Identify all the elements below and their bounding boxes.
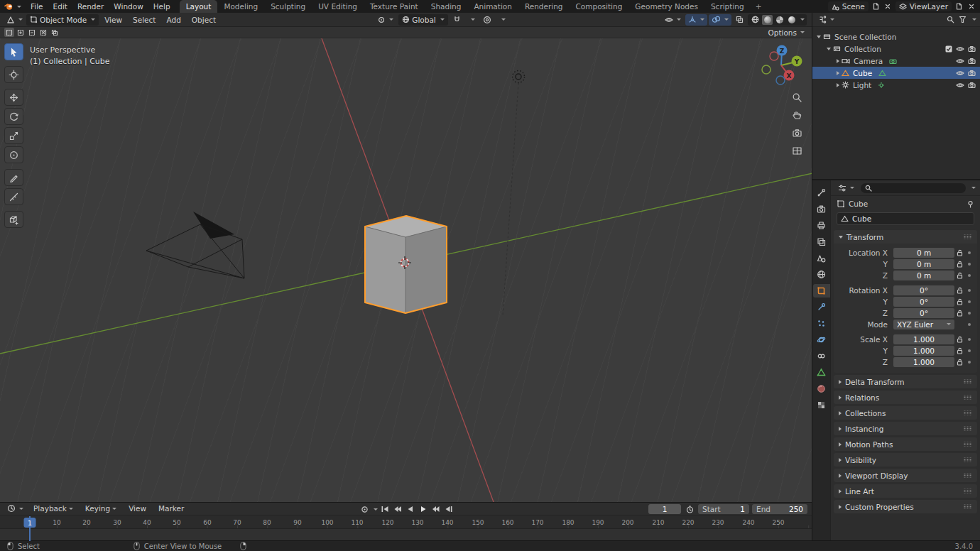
auto-keying-button[interactable] [359, 504, 370, 514]
viewport-3d[interactable]: User Perspective (1) Collection | Cube [0, 38, 812, 502]
workspace-tab-shading[interactable]: Shading [425, 0, 468, 13]
transform-orientation-dropdown[interactable]: Global [398, 14, 448, 26]
panel-custom-properties[interactable]: Custom Properties [834, 500, 977, 513]
workspace-tab-animation[interactable]: Animation [467, 0, 518, 13]
lock-icon[interactable] [957, 359, 963, 366]
play-reverse-button[interactable] [405, 504, 416, 514]
outliner-row-camera[interactable]: Camera [812, 55, 980, 67]
animate-dot-icon[interactable] [968, 263, 971, 266]
use-preview-range-button[interactable] [684, 504, 695, 514]
panel-instancing[interactable]: Instancing [834, 422, 977, 435]
mode-dropdown[interactable]: Object Mode [26, 14, 99, 26]
outliner-row-collection[interactable]: Collection [812, 43, 980, 55]
unlink-scene-button[interactable] [883, 2, 893, 11]
frame-start-field[interactable]: Start1 [698, 504, 749, 514]
tool-add-cube[interactable] [4, 211, 23, 228]
animate-dot-icon[interactable] [968, 300, 971, 303]
panel-visibility[interactable]: Visibility [834, 453, 977, 467]
shading-wireframe-button[interactable] [750, 15, 761, 25]
tab-particle-properties[interactable] [813, 317, 830, 330]
animate-dot-icon[interactable] [968, 323, 971, 326]
remove-view-layer-button[interactable] [967, 2, 976, 11]
tool-annotate[interactable] [4, 169, 23, 186]
scale-y-field[interactable]: 1.000 [893, 346, 954, 356]
outliner-search-button[interactable] [946, 15, 955, 24]
jump-to-end-button[interactable] [443, 504, 454, 514]
select-mode-subtract-button[interactable] [27, 28, 37, 37]
lock-icon[interactable] [957, 249, 963, 256]
outliner-row-light[interactable]: Light [812, 79, 980, 91]
shading-material-button[interactable] [774, 15, 785, 25]
tool-rotate[interactable] [4, 108, 23, 125]
tab-object-data-properties[interactable] [813, 366, 830, 379]
menu-playback[interactable]: Playback [28, 504, 78, 513]
location-x-field[interactable]: 0 m [893, 248, 954, 258]
expand-icon[interactable] [837, 83, 839, 87]
current-frame-marker[interactable]: 1 [24, 518, 36, 528]
auto-keying-dropdown-icon[interactable] [374, 508, 378, 511]
frame-end-field[interactable]: End250 [752, 504, 807, 514]
tab-texture-properties[interactable] [813, 398, 830, 412]
disable-render-icon[interactable] [968, 58, 976, 65]
menu-window[interactable]: Window [109, 0, 148, 13]
tab-physics-properties[interactable] [813, 333, 830, 347]
rotation-z-field[interactable]: 0° [893, 308, 954, 318]
workspace-tab-geometry-nodes[interactable]: Geometry Nodes [628, 0, 704, 13]
select-mode-extend-button[interactable] [16, 28, 26, 37]
zoom-view-button[interactable] [790, 91, 803, 104]
panel-line-art[interactable]: Line Art [834, 484, 977, 498]
editor-type-dropdown[interactable] [4, 14, 26, 26]
panel-drag-handle[interactable] [963, 457, 972, 462]
cube-object[interactable] [365, 216, 447, 313]
transform-panel-header[interactable]: Transform [834, 230, 977, 244]
scale-x-field[interactable]: 1.000 [893, 334, 954, 344]
hide-eye-icon[interactable] [956, 45, 964, 53]
animate-dot-icon[interactable] [968, 251, 971, 254]
previous-keyframe-button[interactable] [392, 504, 403, 514]
light-object[interactable] [513, 71, 525, 83]
rotation-y-field[interactable]: 0° [893, 297, 954, 307]
gizmo-minus-z-axis[interactable] [776, 76, 785, 84]
properties-filter-dropdown-icon[interactable] [971, 187, 976, 189]
tab-view-layer-properties[interactable] [813, 235, 830, 249]
show-gizmo-dropdown[interactable] [685, 14, 707, 26]
move-view-button[interactable] [790, 109, 803, 121]
play-button[interactable] [418, 504, 429, 514]
menu-file[interactable]: File [26, 0, 48, 13]
workspace-tab-scripting[interactable]: Scripting [704, 0, 751, 13]
workspace-tab-compositing[interactable]: Compositing [570, 0, 629, 13]
view-layer-selector[interactable]: ViewLayer [895, 1, 952, 11]
animate-dot-icon[interactable] [968, 349, 971, 352]
animate-dot-icon[interactable] [968, 289, 971, 292]
shading-solid-button[interactable] [762, 15, 773, 25]
select-mode-intersect-button[interactable] [50, 28, 60, 37]
panel-delta-transform[interactable]: Delta Transform [834, 375, 977, 388]
hide-eye-icon[interactable] [956, 58, 964, 65]
scene-canvas[interactable] [0, 38, 812, 502]
tab-modifier-properties[interactable] [813, 300, 830, 314]
workspace-tab-sculpting[interactable]: Sculpting [264, 0, 312, 13]
shading-rendered-button[interactable] [786, 15, 797, 25]
menu-marker[interactable]: Marker [153, 504, 189, 513]
lock-icon[interactable] [957, 336, 963, 343]
pin-icon[interactable] [967, 200, 974, 208]
expand-icon[interactable] [827, 48, 831, 50]
transform-pivot-dropdown[interactable] [374, 14, 396, 26]
panel-relations[interactable]: Relations [834, 391, 977, 404]
disable-render-icon[interactable] [968, 70, 976, 77]
exclude-checkbox[interactable] [945, 45, 952, 53]
next-keyframe-button[interactable] [430, 504, 442, 514]
options-dropdown[interactable]: Options [765, 27, 807, 38]
panel-drag-handle[interactable] [963, 410, 972, 415]
animate-dot-icon[interactable] [968, 361, 971, 364]
tab-scene-properties[interactable] [813, 251, 830, 265]
toggle-orthographic-button[interactable] [790, 144, 803, 157]
expand-icon[interactable] [837, 71, 839, 75]
tool-measure[interactable] [4, 188, 23, 205]
object-name-field[interactable]: Cube [837, 212, 974, 225]
tab-render-properties[interactable] [813, 202, 830, 216]
workspace-tab-uv-editing[interactable]: UV Editing [312, 0, 364, 13]
tool-move[interactable] [4, 89, 23, 106]
tab-constraint-properties[interactable] [813, 349, 830, 363]
animate-dot-icon[interactable] [968, 274, 971, 277]
